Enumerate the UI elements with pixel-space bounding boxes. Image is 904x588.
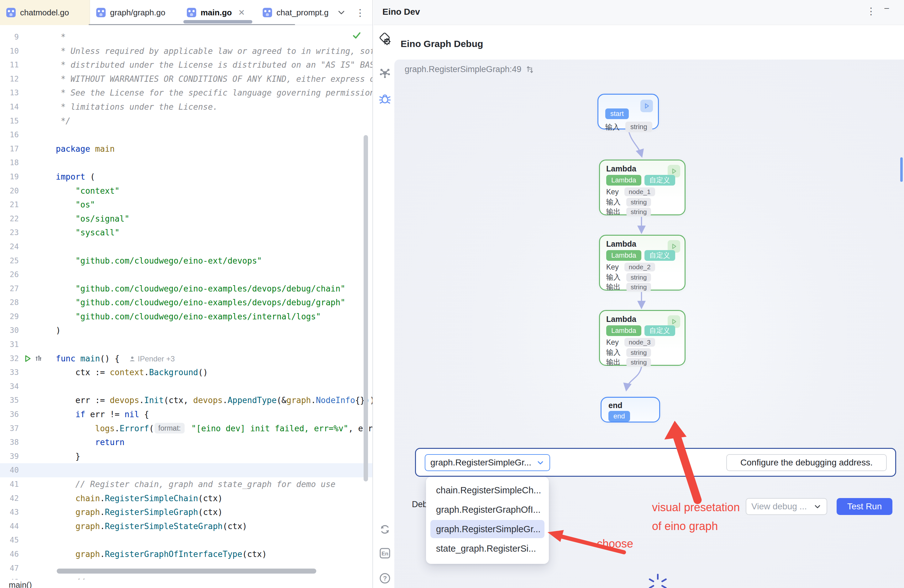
node-row: Keynode_3 — [606, 338, 655, 347]
panel-scrollbar-thumb[interactable] — [900, 157, 903, 182]
run-main-icon[interactable] — [23, 354, 43, 363]
tabbar-scrollbar-thumb[interactable] — [183, 20, 252, 24]
graph-select[interactable]: graph.RegisterSimpleGr... — [425, 454, 550, 471]
line-number: 29 — [0, 310, 19, 324]
trace-graph-icon[interactable] — [378, 66, 392, 80]
input-label: 输入 — [605, 122, 620, 132]
code-text: "os" — [56, 198, 95, 212]
graph-node-start[interactable]: start 输入 string — [597, 94, 659, 130]
node-row: 输入string — [606, 272, 651, 282]
graph-node-end[interactable]: end end — [601, 397, 660, 422]
code-line: 23 "syscall" — [0, 226, 372, 240]
line-number: 37 — [0, 422, 19, 436]
start-badge: start — [605, 109, 629, 119]
graph-node-lambda-2[interactable]: LambdaLambda自定义Keynode_2输入string输出string — [599, 235, 686, 291]
line-number: 34 — [0, 379, 19, 394]
code-line: 30) — [0, 324, 372, 338]
code-line: 24 — [0, 240, 372, 254]
line-number: 44 — [0, 519, 19, 533]
breadcrumb: main() — [0, 580, 372, 588]
code-line: 46 graph.RegisterGraphOfInterfaceType(ct… — [0, 547, 372, 561]
lambda-node-title: Lambda — [606, 239, 636, 248]
debug-bug-icon[interactable] — [378, 92, 392, 106]
code-text: package main — [56, 142, 115, 156]
node-row: 输出string — [606, 357, 651, 367]
code-text: ) — [56, 324, 61, 338]
code-text: "os/signal" — [56, 212, 130, 226]
node-row-label: 输入 — [606, 348, 621, 357]
configure-address-button[interactable]: Configure the debugging address. — [726, 454, 887, 471]
go-file-icon — [263, 8, 272, 17]
inspection-check-icon[interactable] — [351, 30, 362, 42]
dropdown-item[interactable]: chain.RegisterSimpleCh... — [430, 481, 544, 499]
line-number: 33 — [0, 365, 19, 379]
code-text: err := devops.Init(ctx, devops.AppendTyp… — [56, 394, 372, 408]
node-row-label: 输出 — [606, 207, 621, 217]
graph-node-lambda-1[interactable]: LambdaLambda自定义Keynode_1输入string输出string — [599, 160, 686, 215]
line-number: 30 — [0, 324, 19, 338]
tab-graph-graph-go[interactable]: graph/graph.go — [90, 0, 180, 25]
dropdown-item[interactable]: state_graph.RegisterSi... — [430, 539, 544, 558]
line-number: 14 — [0, 100, 19, 114]
code-line: 29 "github.com/cloudwego/eino-examples/i… — [0, 310, 372, 324]
line-number: 22 — [0, 212, 19, 226]
language-en-icon[interactable]: En — [378, 546, 392, 560]
line-number: 25 — [0, 254, 19, 268]
go-file-icon — [96, 8, 106, 17]
editor-vertical-scrollbar[interactable] — [363, 135, 368, 481]
tab-label: main.go — [201, 8, 232, 17]
tab-chat-prompt-g[interactable]: chat_prompt.g — [256, 0, 336, 25]
line-number: 21 — [0, 198, 19, 212]
go-file-icon — [187, 8, 196, 17]
line-number: 31 — [0, 338, 19, 352]
graph-location[interactable]: graph.RegisterSimpleGraph:49 — [405, 65, 521, 74]
code-line: 44 graph.RegisterSimpleStateGraph(ctx) — [0, 519, 372, 533]
tab-options-kebab-icon[interactable]: ⋮ — [356, 0, 365, 25]
code-line: 11 * distributed under the License is di… — [0, 58, 372, 72]
select-chevron-down-icon — [536, 458, 544, 467]
tab-close-icon[interactable]: ✕ — [238, 8, 245, 17]
auto-layout-icon[interactable] — [526, 65, 534, 74]
graph-canvas[interactable]: graph.RegisterSimpleGraph:49 — [394, 60, 904, 588]
code-text: if err != nil { — [56, 408, 149, 422]
line-number: 27 — [0, 282, 19, 296]
line-number: 19 — [0, 170, 19, 184]
svg-text:En: En — [381, 551, 388, 556]
graph-node-lambda-3[interactable]: LambdaLambda自定义Keynode_3输入string输出string — [599, 310, 686, 366]
code-text: // Register chain, graph and state_graph… — [56, 477, 335, 492]
tab-label: graph/graph.go — [110, 8, 165, 17]
panel-kebab-icon[interactable]: ⋮ — [866, 6, 876, 17]
editor-horizontal-scrollbar[interactable] — [57, 569, 316, 574]
code-line: 45 — [0, 533, 372, 547]
code-text: graph.RegisterGraphOfInterfaceType(ctx) — [56, 547, 267, 561]
custom-chip: 自定义 — [645, 175, 675, 185]
code-text: * limitations under the License. — [56, 100, 218, 114]
code-editor[interactable]: 9 *10 * Unless required by applicable la… — [0, 25, 372, 588]
test-run-button[interactable]: Test Run — [837, 498, 892, 515]
code-text: * Unless required by applicable law or a… — [56, 44, 372, 58]
code-text: chain.RegisterSimpleChain(ctx) — [56, 492, 223, 506]
tab-list-chevron-down-icon[interactable] — [336, 0, 347, 25]
view-debug-select[interactable]: View debug ... — [746, 498, 827, 515]
custom-chip: 自定义 — [645, 250, 675, 261]
tab-label: chatmodel.go — [20, 8, 69, 17]
code-line: 39 } — [0, 449, 372, 463]
code-text: graph.RegisterSimpleStateGraph(ctx) — [56, 519, 247, 533]
dropdown-item[interactable]: graph.RegisterGraphOfI... — [430, 501, 544, 519]
end-node-title: end — [608, 401, 622, 410]
code-line: 32func main() {IPender +3 — [0, 352, 372, 366]
eino-logo-icon — [378, 32, 392, 46]
line-number: 43 — [0, 505, 19, 519]
line-number: 42 — [0, 492, 19, 506]
help-icon[interactable]: ? — [378, 571, 392, 585]
dropdown-item[interactable]: graph.RegisterSimpleGr... — [430, 520, 544, 538]
node-row: 输入string — [606, 348, 651, 357]
refresh-icon[interactable] — [378, 523, 392, 536]
run-node-play-icon[interactable] — [640, 100, 653, 112]
node-row-value-chip: string — [626, 207, 651, 216]
usages-hint[interactable]: IPender +3 — [129, 352, 175, 366]
panel-minimize-icon[interactable]: − — [884, 3, 890, 14]
node-row-value-chip: string — [626, 198, 651, 207]
breadcrumb-item[interactable]: main() — [9, 580, 32, 588]
tab-chatmodel-go[interactable]: chatmodel.go — [0, 0, 90, 25]
